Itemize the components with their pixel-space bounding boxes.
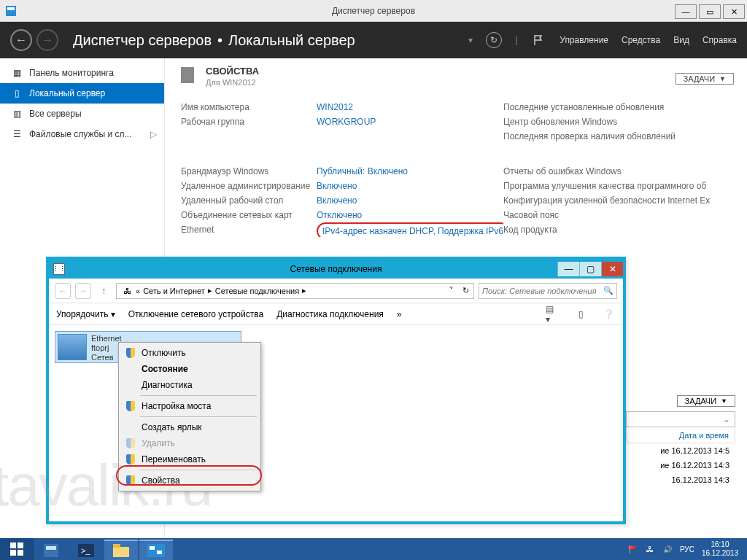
path-seg-network[interactable]: Сеть и Интернет: [143, 287, 205, 295]
label-firewall: Брандмауэр Windows: [181, 164, 317, 179]
menu-help[interactable]: Справка: [703, 35, 737, 45]
nc-search[interactable]: 🔍: [479, 283, 617, 299]
nc-path[interactable]: 🖧 « Сеть и Интернет ▸ Сетевые подключени…: [116, 283, 474, 299]
svg-rect-5: [18, 550, 23, 556]
nc-minimize-button[interactable]: —: [557, 262, 579, 276]
taskbar-powershell[interactable]: >_: [69, 540, 103, 560]
label-windows-update: Центр обновления Windows: [503, 114, 740, 129]
diagnose-button[interactable]: Диагностика подключения: [276, 309, 384, 319]
nc-maximize-button[interactable]: ▢: [579, 262, 601, 276]
ctx-bridge[interactable]: Настройка моста: [121, 398, 258, 414]
ctx-status[interactable]: Состояние: [121, 361, 258, 377]
menu-tools[interactable]: Средства: [622, 35, 660, 45]
close-button[interactable]: ✕: [723, 4, 745, 19]
svg-rect-2: [10, 542, 16, 548]
shield-icon: [125, 347, 136, 359]
tray-lang[interactable]: РУС: [680, 545, 694, 553]
nc-up-button[interactable]: ↑: [96, 283, 112, 299]
events-filter[interactable]: ⌄: [626, 411, 735, 427]
nc-toolbar: Упорядочить ▾ Отключение сетевого устрой…: [49, 303, 623, 325]
organize-menu[interactable]: Упорядочить ▾: [56, 309, 115, 319]
path-refresh-icon[interactable]: ↻: [462, 286, 469, 295]
adapter-icon: [58, 334, 87, 360]
shield-icon: [125, 400, 136, 412]
sidebar-item-all-servers[interactable]: ▥Все серверы: [0, 104, 164, 124]
tray-sound-icon[interactable]: 🔊: [662, 544, 673, 554]
tray-flag-icon[interactable]: 🚩: [627, 544, 638, 554]
ctx-properties[interactable]: Свойства: [121, 472, 258, 489]
events-panel: ЗАДАЧИ▼ ⌄ Дата и время ие 16.12.2013 14:…: [626, 395, 735, 487]
flag-icon[interactable]: [530, 32, 546, 48]
chevron-down-icon[interactable]: ˅: [449, 286, 454, 295]
breadcrumb: Диспетчер серверов•Локальный сервер: [73, 32, 355, 49]
adapter-name: Ethernet: [91, 334, 122, 343]
events-column-date[interactable]: Дата и время: [626, 427, 735, 443]
tasks-button[interactable]: ЗАДАЧИ▼: [676, 73, 734, 85]
maximize-button[interactable]: ▭: [699, 4, 721, 19]
separator: [140, 395, 257, 396]
event-row[interactable]: 16.12.2013 14:3: [626, 472, 735, 487]
label-ie-esc: Конфигурация усиленной безопасности Inte…: [503, 193, 740, 208]
events-tasks-button[interactable]: ЗАДАЧИ▼: [677, 395, 735, 407]
sidebar-item-file-services[interactable]: ☰Файловые службы и сл...▷: [0, 124, 164, 144]
label-last-updates: Последние установленные обновления: [503, 100, 740, 114]
adapter-context-menu: Отключить Состояние Диагностика Настройк…: [118, 342, 261, 491]
ctx-diagnose[interactable]: Диагностика: [121, 377, 258, 393]
svg-rect-3: [18, 542, 23, 548]
file-services-icon: ☰: [12, 129, 22, 139]
value-computer-name[interactable]: WIN2012: [317, 100, 503, 114]
adapter-line3: Сетев: [91, 353, 122, 362]
label-timezone: Часовой пояс: [503, 208, 740, 222]
separator: [140, 416, 257, 417]
shield-icon: [125, 454, 136, 465]
value-nic-teaming[interactable]: Отключено: [317, 208, 503, 222]
nc-address-bar: ← → ↑ 🖧 « Сеть и Интернет ▸ Сетевые подк…: [49, 279, 623, 303]
nc-search-input[interactable]: [482, 287, 603, 295]
value-ethernet-link[interactable]: IPv4-адрес назначен DHCP, Поддержка IPv6: [317, 222, 503, 237]
breadcrumb-page[interactable]: Локальный сервер: [228, 32, 355, 48]
sidebar-item-local-server[interactable]: ▯Локальный сервер: [0, 83, 164, 104]
value-remote-admin[interactable]: Включено: [317, 179, 503, 193]
sidebar-item-dashboard[interactable]: ▦Панель мониторинга: [0, 63, 164, 83]
event-row[interactable]: ие 16.12.2013 14:3: [626, 458, 735, 472]
ctx-rename[interactable]: Переименовать: [121, 451, 258, 467]
label-nic-teaming: Объединение сетевых карт: [181, 208, 317, 222]
menu-manage[interactable]: Управление: [560, 35, 608, 45]
event-row[interactable]: ие 16.12.2013 14:5: [626, 443, 735, 458]
refresh-icon[interactable]: ↻: [486, 32, 502, 48]
start-button[interactable]: [0, 538, 34, 560]
minimize-button[interactable]: —: [675, 4, 697, 19]
nav-back-button[interactable]: ←: [10, 29, 32, 51]
path-seg-connections[interactable]: Сетевые подключения: [215, 287, 299, 295]
nc-close-button[interactable]: ✕: [601, 262, 623, 276]
label-product-id: Код продукта: [503, 222, 740, 237]
taskbar-explorer[interactable]: [104, 540, 138, 560]
sm-app-icon: [3, 3, 19, 19]
view-icons-button[interactable]: ▤ ▾: [546, 307, 560, 322]
nc-forward-button[interactable]: →: [75, 283, 91, 299]
svg-text:>_: >_: [81, 546, 90, 555]
nc-back-button[interactable]: ←: [55, 283, 71, 299]
ctx-disable[interactable]: Отключить: [121, 345, 258, 361]
taskbar-server-manager[interactable]: [34, 540, 68, 560]
ctx-shortcut[interactable]: Создать ярлык: [121, 419, 258, 435]
preview-pane-button[interactable]: ▯: [573, 307, 588, 322]
svg-rect-11: [113, 544, 120, 548]
props-title: СВОЙСТВА: [206, 66, 259, 77]
tray-clock[interactable]: 16:10 16.12.2013: [702, 540, 743, 558]
help-icon[interactable]: ❔: [601, 307, 616, 322]
sm-titlebar: Диспетчер серверов — ▭ ✕: [0, 0, 747, 22]
disable-device-button[interactable]: Отключение сетевого устройства: [128, 309, 263, 319]
toolbar-overflow[interactable]: »: [397, 309, 402, 319]
value-firewall[interactable]: Публичный: Включено: [317, 164, 503, 179]
svg-rect-12: [147, 544, 165, 557]
tray-network-icon[interactable]: 🖧: [645, 544, 655, 554]
taskbar-network-connections[interactable]: [139, 540, 173, 560]
value-workgroup[interactable]: WORKGROUP: [317, 114, 503, 129]
menu-view[interactable]: Вид: [673, 35, 689, 45]
server-icon: ▯: [12, 88, 22, 98]
breadcrumb-root[interactable]: Диспетчер серверов: [73, 32, 212, 48]
props-subtitle: Для WIN2012: [206, 78, 259, 87]
value-remote-desktop[interactable]: Включено: [317, 193, 503, 208]
nav-forward-button[interactable]: →: [36, 29, 58, 51]
